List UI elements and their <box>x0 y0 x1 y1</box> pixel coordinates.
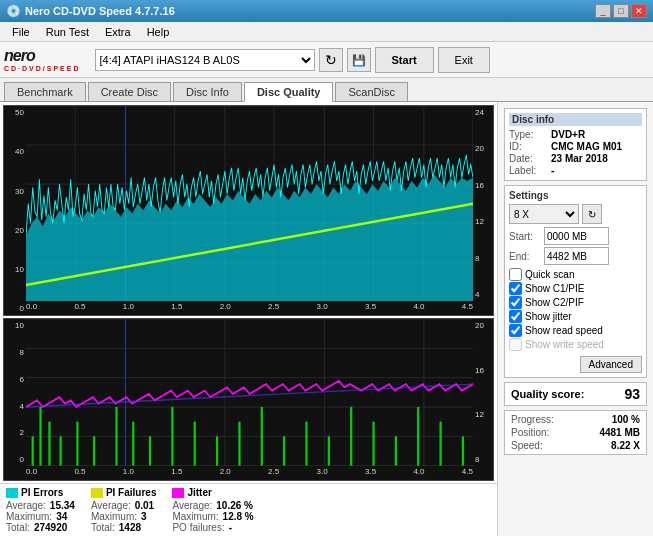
svg-rect-29 <box>48 422 50 466</box>
nero-product-name: CD·DVD/SPEED <box>4 65 81 72</box>
drive-select[interactable]: [4:4] ATAPI iHAS124 B AL0S <box>95 49 315 71</box>
refresh-icon <box>325 52 337 68</box>
svg-rect-42 <box>305 422 307 466</box>
svg-rect-32 <box>93 437 95 466</box>
bottom-chart: 10 8 6 4 2 0 20 16 12 8 <box>3 318 494 481</box>
quick-scan-checkbox[interactable] <box>509 268 522 281</box>
top-chart: 50 40 30 20 10 0 24 20 16 12 8 4 <box>3 105 494 316</box>
disc-date-row: Date: 23 Mar 2018 <box>509 153 642 164</box>
pi-failures-maximum: 3 <box>141 511 147 522</box>
show-read-speed-label: Show read speed <box>525 325 603 336</box>
title-bar-controls: _ □ ✕ <box>595 4 647 18</box>
pi-failures-total: 1428 <box>119 522 141 533</box>
show-c1-label: Show C1/PIE <box>525 283 584 294</box>
main-content: 50 40 30 20 10 0 24 20 16 12 8 4 <box>0 102 653 536</box>
start-button[interactable]: Start <box>375 47 434 73</box>
svg-rect-28 <box>39 407 41 466</box>
show-write-speed-row: Show write speed <box>509 338 642 351</box>
disc-date-value: 23 Mar 2018 <box>551 153 608 164</box>
tab-benchmark[interactable]: Benchmark <box>4 82 86 101</box>
progress-value: 100 % <box>612 414 640 425</box>
pi-failures-average: 0.01 <box>135 500 154 511</box>
svg-rect-27 <box>32 437 34 466</box>
bottom-chart-svg <box>26 319 473 466</box>
svg-rect-43 <box>328 437 330 466</box>
pi-failures-stats: PI Failures Average: 0.01 Maximum: 3 Tot… <box>91 487 157 533</box>
show-jitter-label: Show jitter <box>525 311 572 322</box>
advanced-button[interactable]: Advanced <box>580 356 642 373</box>
show-c1-checkbox[interactable] <box>509 282 522 295</box>
nero-logo: nero CD·DVD/SPEED <box>4 48 81 72</box>
start-mb-input[interactable] <box>544 227 609 245</box>
show-c2-label: Show C2/PIF <box>525 297 584 308</box>
show-c1-row: Show C1/PIE <box>509 282 642 295</box>
disc-type-value: DVD+R <box>551 129 585 140</box>
end-mb-input[interactable] <box>544 247 609 265</box>
jitter-average: 10.26 % <box>216 500 253 511</box>
maximize-button[interactable]: □ <box>613 4 629 18</box>
disc-type-row: Type: DVD+R <box>509 129 642 140</box>
nero-brand-name: nero <box>4 48 35 64</box>
svg-rect-37 <box>194 422 196 466</box>
svg-rect-33 <box>115 407 117 466</box>
quality-score-panel: Quality score: 93 <box>504 382 647 406</box>
jitter-stats: Jitter Average: 10.26 % Maximum: 12.8 % … <box>172 487 253 533</box>
tab-create-disc[interactable]: Create Disc <box>88 82 171 101</box>
right-panel: Disc info Type: DVD+R ID: CMC MAG M01 Da… <box>498 102 653 536</box>
tab-disc-info[interactable]: Disc Info <box>173 82 242 101</box>
svg-rect-44 <box>350 407 352 466</box>
pi-errors-stats: PI Errors Average: 15.34 Maximum: 34 Tot… <box>6 487 75 533</box>
pi-errors-total: 274920 <box>34 522 67 533</box>
quick-scan-label: Quick scan <box>525 269 574 280</box>
progress-panel: Progress: 100 % Position: 4481 MB Speed:… <box>504 410 647 455</box>
speed-refresh-button[interactable]: ↻ <box>582 204 602 224</box>
svg-rect-36 <box>171 407 173 466</box>
disc-info-panel: Disc info Type: DVD+R ID: CMC MAG M01 Da… <box>504 108 647 181</box>
show-jitter-checkbox[interactable] <box>509 310 522 323</box>
save-button[interactable] <box>347 48 371 72</box>
title-bar: 💿 Nero CD-DVD Speed 4.7.7.16 _ □ ✕ <box>0 0 653 22</box>
menu-help[interactable]: Help <box>139 24 178 40</box>
disc-label-value: - <box>551 165 554 176</box>
chart-area: 50 40 30 20 10 0 24 20 16 12 8 4 <box>0 102 498 536</box>
disc-id-row: ID: CMC MAG M01 <box>509 141 642 152</box>
svg-rect-30 <box>60 437 62 466</box>
menu-run-test[interactable]: Run Test <box>38 24 97 40</box>
quality-score-label: Quality score: <box>511 388 584 400</box>
save-icon <box>352 52 366 67</box>
menu-extra[interactable]: Extra <box>97 24 139 40</box>
show-c2-row: Show C2/PIF <box>509 296 642 309</box>
menu-bar: File Run Test Extra Help <box>0 22 653 42</box>
disc-label-row: Label: - <box>509 165 642 176</box>
tab-disc-quality[interactable]: Disc Quality <box>244 82 334 102</box>
end-mb-row: End: <box>509 247 642 265</box>
tab-scan-disc[interactable]: ScanDisc <box>335 82 407 101</box>
show-jitter-row: Show jitter <box>509 310 642 323</box>
minimize-button[interactable]: _ <box>595 4 611 18</box>
jitter-label: Jitter <box>187 487 211 498</box>
toolbar: nero CD·DVD/SPEED [4:4] ATAPI iHAS124 B … <box>0 42 653 78</box>
svg-rect-35 <box>149 437 151 466</box>
speed-select[interactable]: 8 X Max 4 X 6 X 12 X <box>509 204 579 224</box>
svg-marker-15 <box>26 174 473 301</box>
svg-line-50 <box>26 385 473 408</box>
svg-rect-31 <box>76 422 78 466</box>
exit-button[interactable]: Exit <box>438 47 490 73</box>
top-chart-svg <box>26 106 473 301</box>
pi-errors-color <box>6 488 18 498</box>
pi-errors-average: 15.34 <box>50 500 75 511</box>
show-c2-checkbox[interactable] <box>509 296 522 309</box>
refresh-button[interactable] <box>319 48 343 72</box>
close-button[interactable]: ✕ <box>631 4 647 18</box>
svg-rect-41 <box>283 437 285 466</box>
pi-failures-color <box>91 488 103 498</box>
quick-scan-row: Quick scan <box>509 268 642 281</box>
show-read-speed-checkbox[interactable] <box>509 324 522 337</box>
menu-file[interactable]: File <box>4 24 38 40</box>
speed-row: Speed: 8.22 X <box>511 440 640 451</box>
disc-info-title: Disc info <box>509 113 642 126</box>
svg-rect-48 <box>439 422 441 466</box>
speed-value: 8.22 X <box>611 440 640 451</box>
progress-row: Progress: 100 % <box>511 414 640 425</box>
settings-panel: Settings 8 X Max 4 X 6 X 12 X ↻ Start: E… <box>504 185 647 378</box>
